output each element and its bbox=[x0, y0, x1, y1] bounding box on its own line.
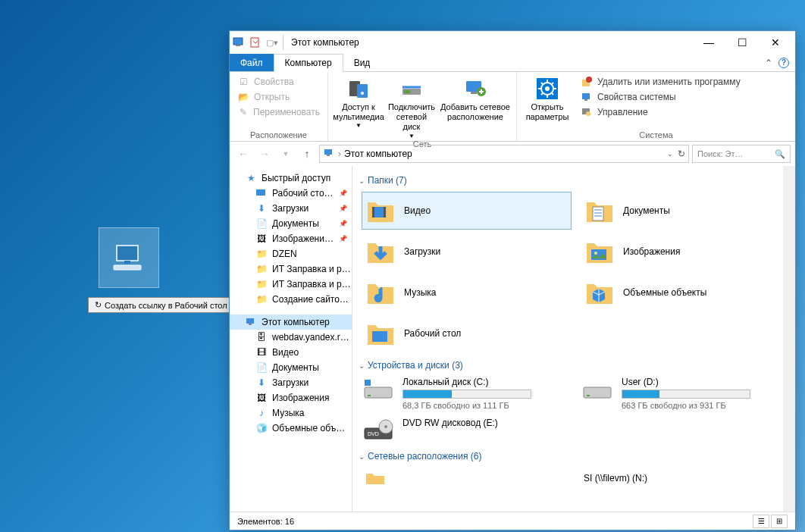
window-title: Этот компьютер bbox=[291, 37, 359, 48]
refresh-icon[interactable]: ↻ bbox=[678, 149, 685, 159]
help-icon[interactable]: ? bbox=[778, 58, 789, 68]
folder-icon: 📁 bbox=[255, 293, 268, 305]
nav-pictures2[interactable]: 🖼Изображения bbox=[230, 390, 352, 405]
view-tiles-button[interactable]: ⊞ bbox=[771, 515, 788, 528]
drive-d[interactable]: User (D:)663 ГБ свободно из 931 ГБ bbox=[581, 377, 791, 410]
ribbon-group-system: Открытьпараметры Удалить или изменить пр… bbox=[517, 72, 795, 141]
statusbar: Элементов: 16 ☰ ⊞ bbox=[230, 512, 795, 530]
settings-icon bbox=[535, 77, 559, 101]
drag-tooltip: ↻ Создать ссылку в Рабочий стол bbox=[88, 297, 234, 313]
media-access-button[interactable]: Доступ кмультимедиа▼ bbox=[334, 75, 383, 139]
address-bar[interactable]: › Этот компьютер ⌄↻ bbox=[319, 145, 689, 163]
drive-dvd-label: DVD RW дисковод (E:) bbox=[402, 418, 572, 428]
hdd-icon bbox=[581, 377, 614, 402]
tab-file[interactable]: Файл bbox=[230, 54, 274, 71]
folder-downloads[interactable]: Загрузки bbox=[362, 233, 572, 271]
svg-rect-7 bbox=[357, 84, 368, 98]
maximize-button[interactable]: ☐ bbox=[725, 31, 759, 54]
open-button[interactable]: 📂Открыть bbox=[236, 90, 321, 104]
nav-quick-access[interactable]: ★Быстрый доступ bbox=[230, 171, 352, 186]
nav-sites[interactable]: 📁Создание сайто… bbox=[230, 292, 352, 307]
svg-rect-19 bbox=[582, 93, 590, 99]
uninstall-button[interactable]: Удалить или изменить программу bbox=[579, 75, 742, 89]
svg-rect-26 bbox=[246, 318, 254, 324]
svg-rect-12 bbox=[471, 92, 477, 94]
recent-dropdown[interactable]: ▼ bbox=[277, 145, 295, 163]
folder-pictures[interactable]: Изображения bbox=[581, 233, 791, 271]
desktop-folder-icon bbox=[365, 318, 396, 349]
properties-button[interactable]: ☑Свойства bbox=[236, 75, 321, 89]
netloc-item-1[interactable]: x bbox=[362, 468, 572, 489]
tab-computer[interactable]: Компьютер bbox=[274, 54, 343, 72]
nav-music[interactable]: ♪Музыка bbox=[230, 405, 352, 421]
nav-video[interactable]: 🎞Видео bbox=[230, 345, 352, 360]
back-button[interactable]: ← bbox=[234, 145, 252, 163]
group-drives[interactable]: ⌄Устройства и диски (3) bbox=[359, 360, 791, 371]
sysprops-button[interactable]: Свойства системы bbox=[579, 90, 742, 104]
hdd-icon bbox=[362, 377, 395, 402]
folder-3d[interactable]: Объемные объекты bbox=[581, 274, 791, 311]
minimize-button[interactable]: — bbox=[692, 31, 725, 54]
drive-dvd[interactable]: DVD DVD RW дисковод (E:) bbox=[362, 418, 572, 443]
nav-this-pc[interactable]: Этот компьютер bbox=[230, 315, 352, 330]
pc-icon bbox=[245, 316, 257, 328]
map-drive-button[interactable]: Подключитьсетевой диск▼ bbox=[387, 75, 436, 139]
svg-rect-40 bbox=[587, 395, 590, 396]
folder-documents[interactable]: Документы bbox=[581, 192, 791, 230]
folder-icon: 📁 bbox=[255, 263, 268, 275]
svg-point-16 bbox=[545, 86, 550, 91]
nav-it1[interactable]: 📁ИТ Заправка и р… bbox=[230, 261, 352, 277]
ribbon-collapse-icon[interactable]: ⌃ bbox=[765, 58, 772, 68]
dvd-icon: DVD bbox=[362, 418, 395, 443]
nav-it2[interactable]: 📁ИТ Заправка и р… bbox=[230, 277, 352, 292]
rename-button[interactable]: ✎Переименовать bbox=[236, 105, 321, 119]
manage-button[interactable]: Управление bbox=[579, 105, 742, 119]
open-settings-button[interactable]: Открытьпараметры bbox=[523, 75, 572, 122]
up-button[interactable]: ↑ bbox=[298, 145, 316, 163]
tab-view[interactable]: Вид bbox=[343, 54, 381, 71]
pin-icon: 📌 bbox=[339, 235, 347, 243]
addr-dropdown-icon[interactable]: ⌄ bbox=[667, 150, 673, 158]
app-icon bbox=[233, 36, 245, 49]
nav-dzen[interactable]: 📁DZEN bbox=[230, 246, 352, 261]
search-input[interactable]: Поиск: Эт… 🔍 bbox=[692, 145, 791, 163]
svg-rect-10 bbox=[404, 90, 410, 93]
music-folder-icon bbox=[365, 277, 396, 308]
nav-downloads[interactable]: ⬇Загрузки📌 bbox=[230, 201, 352, 216]
group-netloc[interactable]: ⌄Сетевые расположения (6) bbox=[359, 451, 791, 462]
nav-pictures[interactable]: 🖼Изображени…📌 bbox=[230, 231, 352, 246]
drive-c-free: 68,3 ГБ свободно из 111 ГБ bbox=[402, 401, 572, 410]
qat-properties-icon[interactable] bbox=[249, 36, 262, 49]
nav-desktop[interactable]: Рабочий сто…📌 bbox=[230, 186, 352, 201]
view-details-button[interactable]: ☰ bbox=[753, 515, 769, 528]
forward-button[interactable]: → bbox=[255, 145, 274, 163]
search-icon: 🔍 bbox=[775, 149, 785, 159]
nav-documents[interactable]: 📄Документы📌 bbox=[230, 216, 352, 231]
drive-c[interactable]: Локальный диск (C:)68,3 ГБ свободно из 1… bbox=[362, 377, 572, 410]
svg-rect-3 bbox=[233, 38, 243, 45]
drive-d-label: User (D:) bbox=[622, 377, 791, 387]
media-icon bbox=[346, 77, 371, 101]
qat-new-folder-icon[interactable]: ▢▾ bbox=[266, 38, 278, 48]
svg-rect-24 bbox=[327, 155, 330, 156]
netloc-item-2[interactable]: SI (\\filevm) (N:) bbox=[581, 468, 791, 489]
shortcut-icon: ↻ bbox=[95, 300, 102, 310]
vertical-scrollbar[interactable] bbox=[783, 166, 795, 512]
video-folder-icon bbox=[365, 195, 396, 227]
nav-documents2[interactable]: 📄Документы bbox=[230, 360, 352, 375]
folder-music[interactable]: Музыка bbox=[362, 274, 572, 311]
downloads-folder-icon bbox=[365, 236, 396, 268]
nav-webdav[interactable]: 🗄webdav.yandex.r… bbox=[230, 330, 352, 345]
folder-desktop[interactable]: Рабочий стол bbox=[362, 315, 572, 352]
chevron-down-icon: ⌄ bbox=[359, 177, 365, 185]
svg-point-18 bbox=[586, 77, 592, 83]
breadcrumb-root[interactable]: Этот компьютер bbox=[344, 149, 412, 159]
folder-video[interactable]: Видео bbox=[362, 192, 572, 230]
ribbon-tabs: Файл Компьютер Вид ⌃ ? bbox=[230, 54, 795, 72]
add-net-location-button[interactable]: Добавить сетевоерасположение bbox=[440, 75, 510, 139]
close-button[interactable]: ✕ bbox=[759, 31, 792, 54]
nav-downloads2[interactable]: ⬇Загрузки bbox=[230, 375, 352, 390]
nav-3d[interactable]: 🧊Объемные объ… bbox=[230, 421, 352, 436]
file-explorer-window: ▢▾ Этот компьютер — ☐ ✕ Файл Компьютер В… bbox=[229, 30, 796, 530]
group-folders[interactable]: ⌄Папки (7) bbox=[359, 175, 791, 186]
